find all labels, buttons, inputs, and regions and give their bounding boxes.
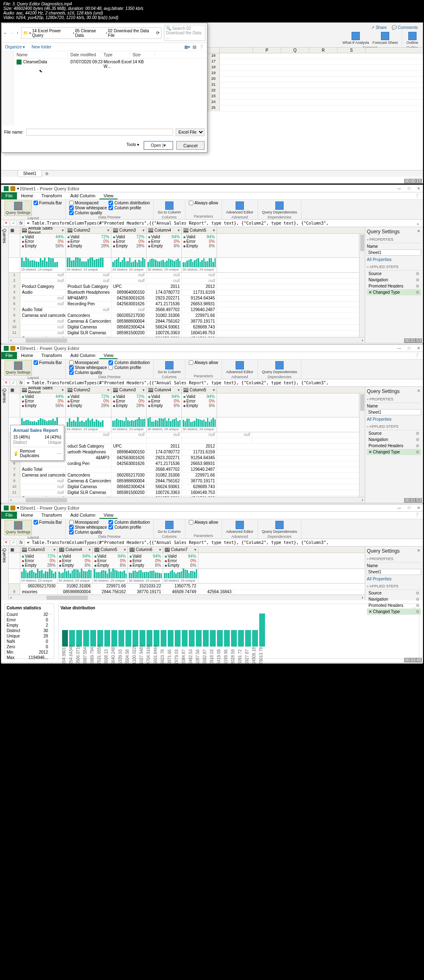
chart-bar[interactable]: [125, 630, 131, 647]
column-header[interactable]: ABCColumn3▾: [20, 546, 58, 553]
file-tab[interactable]: File: [1, 352, 17, 359]
profile-check[interactable]: Column profile: [108, 365, 150, 370]
applied-step[interactable]: Promoted Headers⚙: [367, 443, 421, 449]
close-query-icon[interactable]: ✕: [3, 380, 10, 386]
table-row[interactable]: 8Cameras and camcordersCamcorders0602652…: [9, 473, 365, 479]
filter-select[interactable]: Excel Files: [176, 128, 205, 136]
profile-check[interactable]: Column profile: [108, 206, 150, 210]
home-tab[interactable]: Home: [17, 512, 37, 519]
share-button[interactable]: ↗ Share: [371, 25, 386, 30]
table-row[interactable]: 5nullMP4&MP30425630016262923.20227191254…: [9, 296, 365, 302]
dist-check[interactable]: Column distribution: [108, 360, 150, 365]
mono-check[interactable]: Monospaced: [69, 360, 107, 365]
transform-tab[interactable]: Transform: [37, 192, 66, 199]
table-row[interactable]: 8essories0859888000042844.75616238770.19…: [9, 589, 365, 594]
applied-step[interactable]: Source⚙: [367, 590, 421, 596]
scrollbar-vertical[interactable]: [359, 234, 365, 337]
min-button[interactable]: —: [397, 346, 401, 350]
up-icon[interactable]: ↑: [17, 31, 19, 35]
table-row[interactable]: 10nullDigital Cameras08568230042456624.9…: [9, 484, 365, 490]
tools-menu[interactable]: Tools ▾: [125, 141, 140, 150]
formulabar-check[interactable]: Formula Bar: [34, 520, 62, 525]
allow-check[interactable]: Always allow: [189, 360, 218, 365]
comments-button[interactable]: 💬 Comments: [392, 25, 418, 30]
applied-step[interactable]: Source⚙: [367, 430, 421, 436]
close-query-icon[interactable]: ✕: [3, 220, 10, 226]
ws-check[interactable]: Show whitespace: [69, 525, 107, 530]
applied-step[interactable]: ✕ Changed Type⚙: [367, 449, 421, 455]
ws-check[interactable]: Show whitespace: [69, 365, 107, 370]
max-button[interactable]: □: [408, 186, 410, 191]
min-button[interactable]: —: [397, 506, 401, 510]
query-deps-button[interactable]: Query Dependencies: [261, 360, 298, 375]
applied-step[interactable]: Source⚙: [367, 271, 421, 277]
cancel-button[interactable]: Cancel: [176, 141, 205, 150]
properties-section[interactable]: PROPERTIES: [367, 396, 421, 403]
organize-menu[interactable]: Organize ▾: [5, 45, 25, 49]
formulabar-check[interactable]: Formula Bar: [34, 201, 62, 205]
search-input[interactable]: 🔍 Search 02 Download the Data ...: [164, 25, 205, 41]
applied-step[interactable]: Navigation⚙: [367, 436, 421, 443]
save-icon[interactable]: [10, 506, 15, 510]
data-grid[interactable]: ▦ABCColumn3▾1.2Column4▾1.2Column5▾1.2Col…: [9, 546, 365, 600]
apply-icon[interactable]: ✓: [10, 380, 17, 386]
goto-column-button[interactable]: Go to Column: [157, 520, 182, 534]
chart-bar[interactable]: [189, 630, 195, 647]
scrollbar-horizontal[interactable]: ‹›: [9, 594, 365, 600]
select-all[interactable]: ▦: [9, 227, 20, 233]
applied-step[interactable]: ✕ Changed Type⚙: [367, 289, 421, 295]
remove-duplicates-action[interactable]: 💡Remove Duplicates⋯: [13, 447, 61, 458]
close-query-icon[interactable]: ✕: [3, 540, 10, 546]
chart-bar[interactable]: [175, 630, 181, 647]
select-all[interactable]: ▦: [9, 387, 20, 393]
quality-check[interactable]: Column quality: [69, 211, 107, 215]
help-icon[interactable]: ❔: [411, 512, 423, 519]
chart-bar[interactable]: [231, 630, 237, 647]
column-header[interactable]: ABCColumn3▾: [111, 387, 147, 393]
quality-check[interactable]: Column quality: [69, 530, 107, 534]
table-row[interactable]: 7Audio Total3568.497702129640.2487: [9, 467, 365, 473]
fwd-icon[interactable]: →: [10, 31, 14, 35]
adv-editor-button[interactable]: Advanced Editor: [225, 201, 254, 215]
close-pane-icon[interactable]: ✕: [417, 229, 420, 233]
formula-bar[interactable]: ✕ ✓ fx = Table.TransformColumnTypes(#"Pr…: [1, 539, 423, 546]
column-header[interactable]: ABCAnnual Sales Report▾: [20, 387, 66, 393]
chart-bar[interactable]: [118, 630, 124, 647]
column-header[interactable]: 1.2Column5▾: [93, 546, 128, 553]
all-props-link[interactable]: All Properties: [367, 575, 421, 583]
view-tab[interactable]: View: [99, 352, 118, 359]
chart-bar[interactable]: [168, 630, 173, 647]
view-tab[interactable]: View: [99, 192, 118, 199]
column-header[interactable]: ABCColumn2▾: [66, 387, 111, 393]
mono-check[interactable]: Monospaced: [69, 520, 107, 525]
folder-tree[interactable]: [2, 51, 14, 126]
scrollbar-horizontal[interactable]: ‹›: [9, 337, 365, 343]
table-row[interactable]: 3Product CategoryProduct Sub CategoryUPC…: [9, 284, 365, 290]
query-settings-button[interactable]: Query Settings: [5, 201, 32, 216]
max-button[interactable]: □: [408, 346, 410, 350]
help-icon[interactable]: ❔: [411, 192, 423, 199]
goto-column-button[interactable]: Go to Column: [157, 201, 182, 215]
table-row[interactable]: 12Cameras and camcorders Totalnullnull28…: [9, 336, 365, 337]
close-pane-icon[interactable]: ✕: [417, 388, 420, 393]
applied-step[interactable]: Navigation⚙: [367, 277, 421, 283]
table-row[interactable]: 6nullRecording Pen042563001626471.217153…: [9, 302, 365, 307]
properties-section[interactable]: PROPERTIES: [367, 236, 421, 243]
file-item[interactable]: CleanseData 07/07/2020 09:23 Microsoft E…: [14, 59, 207, 69]
column-headers[interactable]: Name Date modified Type Size: [14, 51, 207, 59]
view-tab[interactable]: View: [99, 512, 118, 519]
column-header[interactable]: 1.2Column6▾: [128, 546, 163, 553]
table-row[interactable]: 9nullCameras & Camcorders Accessories085…: [9, 319, 365, 325]
table-row[interactable]: 12Cameras and camcorders Totalnullnull28…: [9, 496, 365, 497]
data-grid[interactable]: ▦ABCAnnual Sales Report▾ABCColumn2▾ABCCo…: [9, 387, 365, 503]
help-icon[interactable]: ❔: [199, 45, 204, 49]
chart-bar[interactable]: [62, 630, 68, 647]
save-icon[interactable]: [10, 186, 15, 191]
chart-bar[interactable]: [224, 630, 230, 647]
steps-section[interactable]: APPLIED STEPS: [367, 583, 421, 590]
max-button[interactable]: □: [408, 506, 410, 510]
profile-check[interactable]: Column profile: [108, 525, 150, 530]
select-all[interactable]: ▦: [9, 546, 20, 553]
view-icons-button[interactable]: ▦▾: [184, 45, 190, 49]
chart-bar[interactable]: [245, 630, 251, 647]
